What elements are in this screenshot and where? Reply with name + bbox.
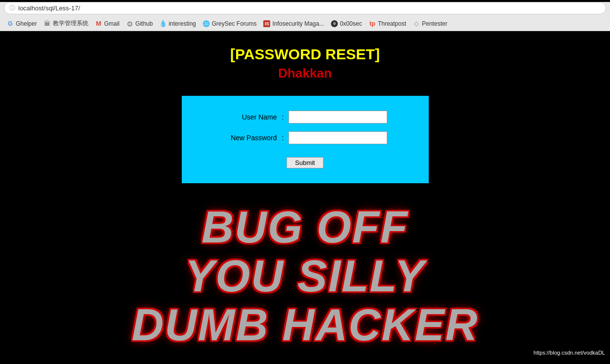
bookmark-ghelper[interactable]: G Ghelper <box>4 19 40 28</box>
username-colon: : <box>282 113 284 121</box>
bookmark-0x00sec[interactable]: 0 0x00sec <box>328 19 365 28</box>
droplet-icon: 💧 <box>160 20 166 27</box>
form-container: User Name : New Password : Submit <box>182 96 429 183</box>
bookmark-greysec[interactable]: 🌐 GreySec Forums <box>200 19 260 28</box>
bookmark-gmail[interactable]: M Gmail <box>92 19 122 28</box>
username-row: User Name : <box>223 111 388 123</box>
warning-line-2: YOU SILLY <box>132 252 479 301</box>
bookmark-label: Infosecurity Maga... <box>272 20 324 27</box>
bookmarks-bar: G Ghelper 🏛 教学管理系统 M Gmail ⊙ Github 💧 in… <box>0 16 610 31</box>
oxsec-icon: 0 <box>331 20 338 27</box>
globe-icon: 🌐 <box>203 20 210 27</box>
bookmark-teaching[interactable]: 🏛 教学管理系统 <box>41 18 91 29</box>
bookmark-label: 0x00sec <box>340 20 362 27</box>
bookmark-label: Gmail <box>104 20 120 27</box>
warning-line-1: BUG OFF <box>132 203 479 252</box>
address-bar[interactable]: ⓘ localhost/sql/Less-17/ <box>4 2 606 14</box>
infosec-icon: IS <box>263 20 270 27</box>
bookmark-label: 教学管理系统 <box>53 19 88 28</box>
page-subtitle: Dhakkan <box>278 66 331 81</box>
page-title: [PASSWORD RESET] <box>230 46 380 63</box>
password-colon: : <box>282 134 284 142</box>
bookmark-label: Github <box>135 20 153 27</box>
security-icon: ⓘ <box>9 4 15 12</box>
password-label: New Password <box>223 134 277 142</box>
github-icon: ⊙ <box>126 20 133 27</box>
pentester-icon: ◇ <box>413 20 420 27</box>
building-icon: 🏛 <box>44 20 51 27</box>
ghelper-icon: G <box>7 20 14 27</box>
footer-link[interactable]: https://blog.csdn.net/vodkaDL <box>533 350 605 356</box>
password-input[interactable] <box>288 131 387 144</box>
password-row: New Password : <box>223 131 388 144</box>
browser-chrome: ⓘ localhost/sql/Less-17/ G Ghelper 🏛 教学管… <box>0 2 610 31</box>
bookmark-infosecurity[interactable]: IS Infosecurity Maga... <box>260 19 327 28</box>
bookmark-pentester[interactable]: ◇ Pentester <box>410 19 450 28</box>
bookmark-label: GreySec Forums <box>212 20 257 27</box>
bookmark-label: Threatpost <box>378 20 406 27</box>
bookmark-threatpost[interactable]: tp Threatpost <box>366 19 409 28</box>
threatpost-icon: tp <box>369 20 376 27</box>
bookmark-label: interesting <box>168 20 196 27</box>
gmail-icon: M <box>95 20 102 27</box>
warning-text-container: BUG OFF YOU SILLY DUMB HACKER <box>132 203 479 350</box>
submit-button[interactable]: Submit <box>286 157 323 168</box>
bookmark-label: Ghelper <box>16 20 37 27</box>
page-content: [PASSWORD RESET] Dhakkan User Name : New… <box>0 31 610 360</box>
url-text: localhost/sql/Less-17/ <box>18 4 80 12</box>
warning-line-3: DUMB HACKER <box>132 301 479 350</box>
bookmark-github[interactable]: ⊙ Github <box>123 19 156 28</box>
bookmark-interesting[interactable]: 💧 interesting <box>157 19 199 28</box>
username-input[interactable] <box>288 111 387 123</box>
username-label: User Name <box>223 113 277 121</box>
bookmark-label: Pentester <box>422 20 447 27</box>
